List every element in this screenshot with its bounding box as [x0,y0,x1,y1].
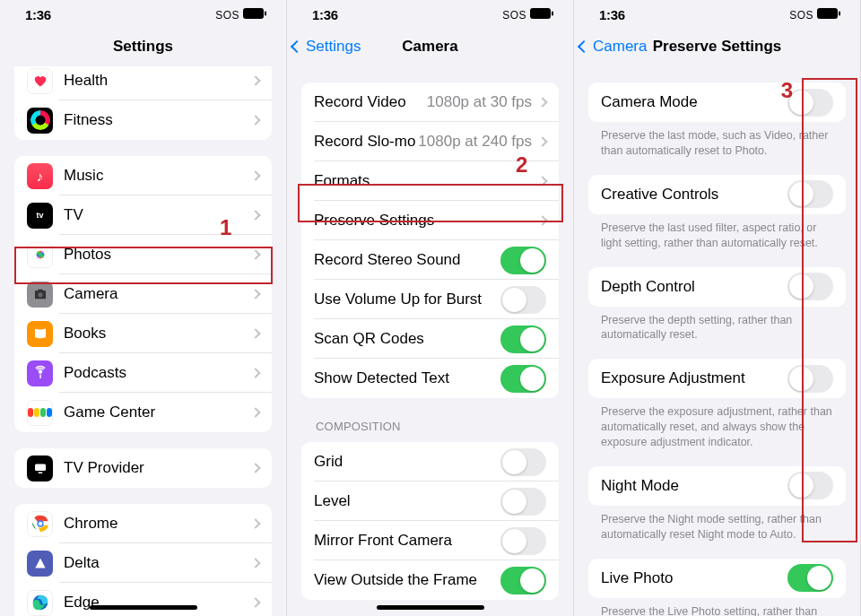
row-label: Music [64,167,252,185]
row-detail: 1080p at 240 fps [418,133,532,151]
row-label: Fitness [64,111,252,129]
row-detected-text[interactable]: Show Detected Text [301,359,559,398]
row-stereo-sound[interactable]: Record Stereo Sound [301,240,559,280]
row-depth-control[interactable]: Depth Control [588,267,846,307]
toggle-live-photo[interactable] [787,564,833,592]
row-label: Creative Controls [601,186,787,204]
row-label: TV [64,206,252,224]
toggle-creative-controls[interactable] [787,180,833,208]
row-mirror-front[interactable]: Mirror Front Camera [301,521,559,560]
group-night-mode: Night Mode [588,466,846,506]
row-night-mode[interactable]: Night Mode [588,466,846,506]
row-label: Level [314,492,500,510]
row-podcasts[interactable]: Podcasts [14,353,272,393]
row-label: Formats [314,172,539,190]
row-label: Photos [64,246,252,264]
group-exposure: Exposure Adjustment [588,359,846,398]
row-delta[interactable]: Delta [14,543,272,583]
status-sos: SOS [215,9,239,22]
row-camera[interactable]: Camera [14,274,272,314]
row-detail: 1080p at 30 fps [427,93,532,111]
row-scan-qr[interactable]: Scan QR Codes [301,319,559,359]
row-label: Record Video [314,93,427,111]
toggle-mirror-front[interactable] [500,527,546,555]
row-formats[interactable]: Formats [301,161,559,201]
back-button[interactable]: Settings [292,38,361,56]
svg-rect-20 [839,12,840,16]
toggle-scan-qr[interactable] [500,325,546,353]
row-health[interactable]: Health [14,61,272,100]
home-indicator[interactable] [377,605,484,610]
row-label: Show Detected Text [314,369,500,387]
nav-bar: Camera Preserve Settings [574,27,860,66]
toggle-exposure[interactable] [787,365,833,393]
row-music[interactable]: ♪ Music [14,156,272,195]
page-title: Preserve Settings [653,38,782,56]
chevron-right-icon [250,115,260,125]
svg-point-14 [38,522,41,525]
row-camera-mode[interactable]: Camera Mode [588,82,846,122]
row-edge[interactable]: Edge [14,583,272,616]
svg-rect-19 [817,8,838,19]
row-label: Record Slo-mo [314,133,418,151]
row-tv-provider[interactable]: TV Provider [14,448,272,488]
svg-rect-0 [243,8,264,19]
chevron-right-icon [250,328,260,338]
row-record-slomo[interactable]: Record Slo-mo 1080p at 240 fps [301,122,559,161]
toggle-camera-mode[interactable] [787,89,833,117]
game-center-icon [27,400,53,426]
row-preserve-settings[interactable]: Preserve Settings [301,201,559,240]
toggle-depth-control[interactable] [787,273,833,300]
row-label: Delta [64,554,252,572]
row-volume-burst[interactable]: Use Volume Up for Burst [301,280,559,319]
row-label: Game Center [64,403,252,421]
svg-point-9 [39,370,41,373]
status-bar: 1:36 SOS [0,0,286,27]
group-composition: Grid Level Mirror Front Camera View Outs… [301,442,559,600]
row-photos[interactable]: Photos [14,235,272,274]
status-sos: SOS [789,9,813,22]
page-title: Settings [113,38,173,56]
row-chrome[interactable]: Chrome [14,504,272,543]
status-bar: 1:36 SOS [574,0,860,27]
status-right: SOS [502,8,553,22]
row-label: Record Stereo Sound [314,251,500,269]
toggle-stereo-sound[interactable] [500,247,546,274]
toggle-detected-text[interactable] [500,365,546,393]
row-view-outside-frame[interactable]: View Outside the Frame [301,560,559,600]
status-bar: 1:36 SOS [287,0,573,27]
row-fitness[interactable]: Fitness [14,100,272,140]
toggle-view-outside[interactable] [500,567,546,594]
footer-exposure: Preserve the exposure adjustment, rather… [601,404,833,450]
row-creative-controls[interactable]: Creative Controls [588,175,846,214]
row-tv[interactable]: tv TV [14,195,272,235]
row-live-photo[interactable]: Live Photo [588,559,846,598]
back-label: Settings [306,38,361,56]
edge-icon [27,590,53,616]
row-grid[interactable]: Grid [301,442,559,482]
screen-preserve-settings: 1:36 SOS Camera Preserve Settings Camera… [574,0,861,616]
toggle-night-mode[interactable] [787,472,833,499]
row-exposure[interactable]: Exposure Adjustment [588,359,846,398]
group-depth-control: Depth Control [588,267,846,307]
row-record-video[interactable]: Record Video 1080p at 30 fps [301,82,559,122]
books-icon [27,321,53,347]
home-indicator[interactable] [90,605,197,610]
row-level[interactable]: Level [301,482,559,521]
toggle-volume-burst[interactable] [500,286,546,314]
toggle-level[interactable] [500,488,546,516]
nav-bar: Settings Camera [287,27,573,66]
chevron-right-icon [537,176,547,186]
tv-icon: tv [27,203,53,229]
row-label: Use Volume Up for Burst [314,291,500,308]
row-label: Health [64,72,252,90]
screen-camera: 1:36 SOS Settings Camera Record Video 10… [287,0,574,616]
row-game-center[interactable]: Game Center [14,393,272,432]
svg-point-8 [38,292,42,297]
camera-icon [27,282,53,308]
podcasts-icon [27,360,53,386]
back-button[interactable]: Camera [579,38,647,56]
group-tvprovider: TV Provider [14,448,272,488]
row-books[interactable]: Books [14,314,272,353]
toggle-grid[interactable] [500,448,546,476]
